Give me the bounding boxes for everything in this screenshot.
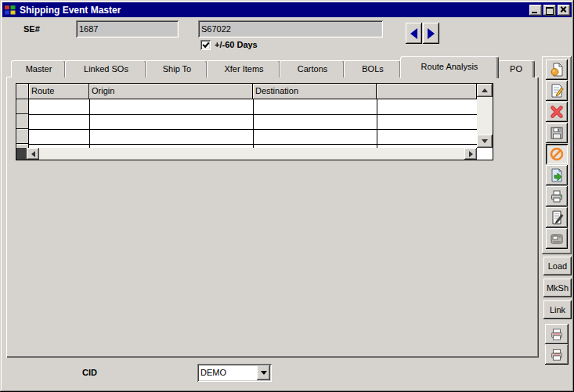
app-icon	[4, 5, 16, 16]
new-record-button[interactable]	[546, 59, 568, 80]
link-button[interactable]: Link	[543, 300, 572, 319]
tab-cartons[interactable]: Cartons	[280, 60, 345, 77]
grid-row-selector[interactable]	[16, 114, 29, 129]
cid-combobox[interactable]: DEMO	[197, 364, 272, 382]
cancel-button[interactable]	[546, 144, 568, 164]
tab-po[interactable]: PO	[497, 60, 535, 77]
export-record-icon	[549, 167, 565, 183]
minimize-button[interactable]	[529, 5, 542, 16]
tab-xfer-items[interactable]: Xfer Items	[207, 60, 281, 77]
routes-grid: Route Origin Destination	[16, 83, 493, 160]
close-button[interactable]	[558, 5, 570, 16]
notes-icon	[549, 210, 565, 225]
grid-row-selector[interactable]	[16, 129, 29, 144]
cid-label: CID	[82, 368, 97, 377]
print-icon	[549, 189, 565, 204]
days-checkbox[interactable]	[200, 40, 211, 50]
load-button[interactable]: Load	[543, 257, 572, 275]
left-arrow-icon	[31, 151, 35, 157]
edit-record-button[interactable]	[546, 81, 568, 101]
print-link-button[interactable]	[545, 344, 569, 365]
save-record-icon	[549, 125, 565, 141]
save-record-button[interactable]	[546, 123, 568, 143]
tab-route-analysis[interactable]: Route Analysis	[400, 56, 499, 78]
next-record-button[interactable]	[423, 23, 439, 44]
device-button[interactable]	[546, 228, 568, 249]
se-code-field[interactable]: S67022	[198, 20, 383, 38]
se-number-field[interactable]: 1687	[76, 20, 179, 38]
grid-header-extra[interactable]	[377, 84, 477, 99]
scroll-right-button[interactable]	[464, 148, 477, 160]
delete-record-button[interactable]	[546, 102, 568, 122]
se-label: SE#	[23, 24, 40, 34]
cid-dropdown-button[interactable]	[257, 365, 270, 380]
print-load-button[interactable]	[545, 324, 569, 344]
tab-ship-to[interactable]: Ship To	[146, 60, 208, 77]
device-icon	[549, 231, 565, 246]
grid-row-selector[interactable]	[16, 99, 29, 114]
window-title: Shipping Event Master	[20, 5, 528, 16]
prev-record-button[interactable]	[406, 23, 422, 44]
scroll-down-button[interactable]	[477, 135, 493, 148]
export-record-button[interactable]	[546, 165, 568, 185]
next-arrow-icon	[428, 28, 435, 39]
notes-button[interactable]	[546, 207, 568, 228]
window: Shipping Event Master SE# 1687 S67022 +/…	[0, 0, 574, 392]
grid-hscrollbar[interactable]	[27, 148, 477, 160]
new-record-icon	[549, 62, 565, 77]
cancel-icon	[549, 146, 565, 162]
grid-column-line	[89, 99, 90, 148]
grid-column-line	[377, 99, 377, 148]
title-bar: Shipping Event Master	[2, 2, 572, 17]
maximize-button[interactable]	[543, 5, 556, 16]
print-small-icon	[550, 327, 564, 341]
print-button[interactable]	[546, 186, 568, 207]
tab-bols[interactable]: BOLs	[344, 60, 402, 77]
delete-record-icon	[549, 104, 565, 120]
grid-hscroll-corner	[16, 148, 27, 160]
grid-header-origin[interactable]: Origin	[89, 84, 253, 99]
down-arrow-icon	[482, 139, 488, 143]
grid-header-destination[interactable]: Destination	[253, 84, 377, 99]
dropdown-arrow-icon	[261, 371, 267, 375]
right-arrow-icon	[469, 151, 473, 157]
grid-corner-cell	[16, 84, 29, 99]
edit-record-icon	[549, 83, 565, 99]
grid-header-route[interactable]: Route	[29, 84, 89, 99]
prev-arrow-icon	[410, 28, 417, 39]
scrollbar-corner	[477, 148, 493, 160]
tab-linked-sos[interactable]: Linked SOs	[65, 60, 147, 77]
mksh-button[interactable]: MkSh	[543, 279, 572, 297]
grid-column-line	[253, 99, 254, 148]
scroll-left-button[interactable]	[27, 148, 39, 160]
days-checkbox-label: +/-60 Days	[215, 40, 258, 49]
up-arrow-icon	[482, 88, 488, 92]
tab-master[interactable]: Master	[11, 60, 67, 77]
print-small-icon	[550, 347, 564, 361]
scroll-up-button[interactable]	[477, 84, 493, 97]
